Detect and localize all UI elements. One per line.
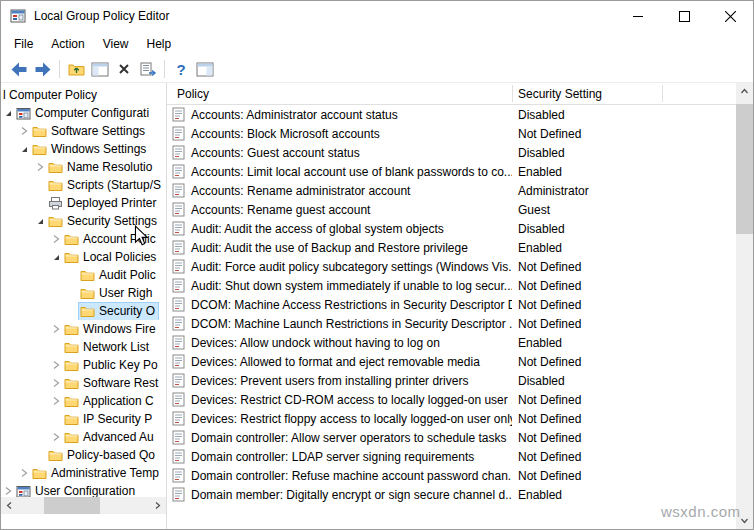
chevron-collapsed-icon[interactable] xyxy=(17,464,31,482)
tree-item-audit-polic[interactable]: Audit Polic xyxy=(1,266,166,284)
tree-item-content[interactable]: Audit Polic xyxy=(79,267,159,284)
menu-file[interactable]: File xyxy=(5,33,42,55)
policy-row[interactable]: Audit: Audit the use of Backup and Resto… xyxy=(167,238,736,257)
scroll-left-button[interactable] xyxy=(1,497,18,514)
tree-item-computer-configurati[interactable]: Computer Configurati xyxy=(1,104,166,122)
tree-item-application-c[interactable]: Application C xyxy=(1,392,166,410)
tree-item-software-settings[interactable]: Software Settings xyxy=(1,122,166,140)
list-vertical-scrollbar[interactable] xyxy=(736,83,753,529)
column-divider[interactable] xyxy=(512,85,513,102)
chevron-collapsed-icon[interactable] xyxy=(17,122,31,140)
chevron-expanded-icon[interactable] xyxy=(1,104,15,122)
tree-item-content[interactable]: User Righ xyxy=(79,285,155,302)
tree-item-network-list[interactable]: Network List xyxy=(1,338,166,356)
tree-item-local-policies[interactable]: Local Policies xyxy=(1,248,166,266)
tree-item-content[interactable]: Deployed Printer xyxy=(47,195,159,212)
tree-item-deployed-printer[interactable]: Deployed Printer xyxy=(1,194,166,212)
tree-item-content[interactable]: Application C xyxy=(63,393,157,410)
tree-item-security-o[interactable]: Security O xyxy=(1,302,166,320)
chevron-collapsed-icon[interactable] xyxy=(49,320,63,338)
policy-row[interactable]: Accounts: Block Microsoft accountsNot De… xyxy=(167,124,736,143)
export-list-button[interactable] xyxy=(136,58,160,81)
tree-selection[interactable]: Security O xyxy=(79,303,158,320)
tree-item-content[interactable]: Policy-based Qo xyxy=(47,447,158,464)
chevron-collapsed-icon[interactable] xyxy=(49,428,63,446)
tree-item-user-righ[interactable]: User Righ xyxy=(1,284,166,302)
chevron-collapsed-icon[interactable] xyxy=(49,374,63,392)
policy-row[interactable]: Devices: Allow undock without having to … xyxy=(167,333,736,352)
help-button[interactable]: ? xyxy=(169,58,193,81)
maximize-button[interactable] xyxy=(661,1,707,31)
policy-row[interactable]: Domain member: Digitally encrypt or sign… xyxy=(167,485,736,504)
tree-item-content[interactable]: Administrative Temp xyxy=(31,465,162,482)
tree-item-software-rest[interactable]: Software Rest xyxy=(1,374,166,392)
policy-row[interactable]: Domain controller: LDAP server signing r… xyxy=(167,447,736,466)
chevron-expanded-icon[interactable] xyxy=(33,212,47,230)
policy-row[interactable]: Domain controller: Refuse machine accoun… xyxy=(167,466,736,485)
policy-row[interactable]: Devices: Restrict floppy access to local… xyxy=(167,409,736,428)
tree-item-content[interactable]: Software Rest xyxy=(63,375,161,392)
forward-button[interactable] xyxy=(31,58,55,81)
tree-item-l-computer-policy[interactable]: l Computer Policy xyxy=(1,86,166,104)
chevron-collapsed-icon[interactable] xyxy=(33,158,47,176)
chevron-collapsed-icon[interactable] xyxy=(49,230,63,248)
horizontal-scroll-track[interactable] xyxy=(18,497,149,514)
horizontal-scroll-thumb[interactable] xyxy=(44,497,100,514)
tree-item-content[interactable]: Network List xyxy=(63,339,152,356)
delete-button[interactable] xyxy=(112,58,136,81)
policy-row[interactable]: Audit: Audit the access of global system… xyxy=(167,219,736,238)
tree-item-content[interactable]: Windows Settings xyxy=(31,141,149,158)
column-divider[interactable] xyxy=(662,85,663,102)
chevron-expanded-icon[interactable] xyxy=(17,140,31,158)
tree-item-content[interactable]: Scripts (Startup/S xyxy=(47,177,164,194)
tree-item-content[interactable]: Public Key Po xyxy=(63,357,161,374)
chevron-collapsed-icon[interactable] xyxy=(49,356,63,374)
show-console-tree-button[interactable] xyxy=(88,58,112,81)
tree-item-advanced-au[interactable]: Advanced Au xyxy=(1,428,166,446)
menu-help[interactable]: Help xyxy=(138,33,181,55)
tree-item-content[interactable]: Software Settings xyxy=(31,123,148,140)
policy-row[interactable]: Devices: Prevent users from installing p… xyxy=(167,371,736,390)
chevron-collapsed-icon[interactable] xyxy=(49,392,63,410)
chevron-expanded-icon[interactable] xyxy=(49,248,63,266)
policy-row[interactable]: Accounts: Limit local account use of bla… xyxy=(167,162,736,181)
minimize-button[interactable] xyxy=(615,1,661,31)
policy-row[interactable]: Domain controller: Allow server operator… xyxy=(167,428,736,447)
tree-horizontal-scrollbar[interactable] xyxy=(1,497,166,514)
back-button[interactable] xyxy=(7,58,31,81)
tree-item-name-resolutio[interactable]: Name Resolutio xyxy=(1,158,166,176)
tree-item-content[interactable]: IP Security P xyxy=(63,411,155,428)
tree-item-public-key-po[interactable]: Public Key Po xyxy=(1,356,166,374)
tree-item-windows-settings[interactable]: Windows Settings xyxy=(1,140,166,158)
policy-row[interactable]: Accounts: Rename guest accountGuest xyxy=(167,200,736,219)
policy-row[interactable]: DCOM: Machine Launch Restrictions in Sec… xyxy=(167,314,736,333)
tree-item-content[interactable]: Windows Fire xyxy=(63,321,159,338)
tree-item-content[interactable]: Local Policies xyxy=(63,249,159,266)
tree-item-administrative-temp[interactable]: Administrative Temp xyxy=(1,464,166,482)
menu-view[interactable]: View xyxy=(94,33,138,55)
policy-row[interactable]: Devices: Allowed to format and eject rem… xyxy=(167,352,736,371)
policy-row[interactable]: Audit: Shut down system immediately if u… xyxy=(167,276,736,295)
policy-row[interactable]: DCOM: Machine Access Restrictions in Sec… xyxy=(167,295,736,314)
up-one-level-button[interactable] xyxy=(64,58,88,81)
tree-item-content[interactable]: Advanced Au xyxy=(63,429,157,446)
tree-item-content[interactable]: Name Resolutio xyxy=(47,159,155,176)
tree-item-policy-based-qo[interactable]: Policy-based Qo xyxy=(1,446,166,464)
scroll-right-button[interactable] xyxy=(149,497,166,514)
policy-row[interactable]: Accounts: Rename administrator accountAd… xyxy=(167,181,736,200)
tree-item-windows-fire[interactable]: Windows Fire xyxy=(1,320,166,338)
vertical-scroll-thumb[interactable] xyxy=(736,104,753,234)
policy-row[interactable]: Accounts: Administrator account statusDi… xyxy=(167,105,736,124)
policy-row[interactable]: Devices: Restrict CD-ROM access to local… xyxy=(167,390,736,409)
close-button[interactable] xyxy=(707,1,753,31)
policy-row[interactable]: Audit: Force audit policy subcategory se… xyxy=(167,257,736,276)
menu-action[interactable]: Action xyxy=(42,33,93,55)
column-header-policy[interactable]: Policy xyxy=(177,87,209,101)
tree-item-content[interactable]: Computer Configurati xyxy=(15,105,152,122)
column-header-security-setting[interactable]: Security Setting xyxy=(518,87,602,101)
show-action-pane-button[interactable] xyxy=(193,58,217,81)
tree-item-ip-security-p[interactable]: IP Security P xyxy=(1,410,166,428)
scroll-up-button[interactable] xyxy=(736,83,753,100)
tree-item-scripts-startup-s[interactable]: Scripts (Startup/S xyxy=(1,176,166,194)
policy-row[interactable]: Accounts: Guest account statusDisabled xyxy=(167,143,736,162)
